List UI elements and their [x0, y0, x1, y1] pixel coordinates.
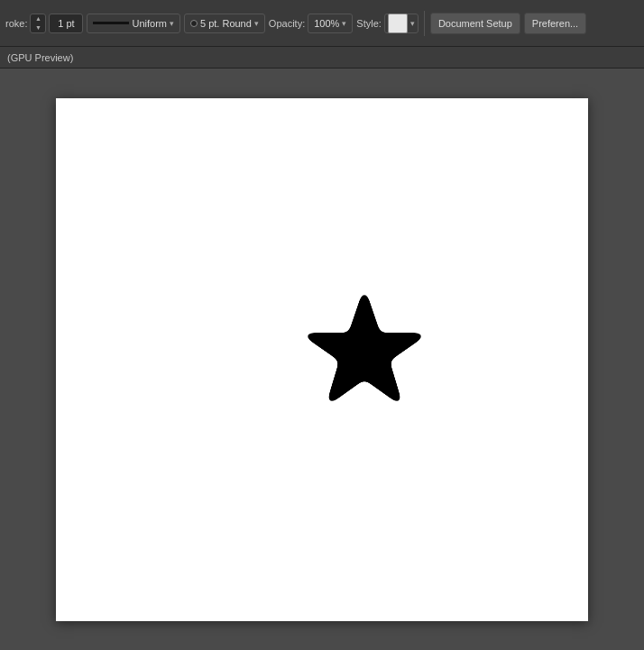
brush-size-label: 5 pt. Round [200, 18, 252, 29]
sub-toolbar: (GPU Preview) [0, 47, 644, 69]
canvas-area [0, 69, 644, 650]
gpu-preview-label: (GPU Preview) [7, 52, 73, 63]
stroke-value-input[interactable] [49, 14, 83, 33]
style-label: Style: [356, 18, 382, 29]
stroke-style-dropdown[interactable]: Uniform ▾ [87, 14, 180, 33]
document-setup-button[interactable]: Document Setup [430, 13, 520, 34]
style-color-box [388, 14, 408, 33]
brush-arrow: ▾ [254, 19, 259, 28]
opacity-arrow: ▾ [342, 19, 346, 28]
star-svg [292, 279, 437, 419]
artboard [56, 98, 588, 621]
star-object[interactable] [292, 279, 437, 422]
style-arrow: ▾ [410, 19, 415, 28]
stroke-type-arrow: ▾ [170, 19, 174, 28]
stroke-type-label: Uniform [132, 18, 167, 29]
opacity-dropdown[interactable]: 100% ▾ [308, 14, 353, 33]
toolbar-divider [424, 11, 425, 36]
stroke-label: roke: [5, 18, 27, 29]
opacity-value: 100% [314, 18, 339, 29]
spinner-down-btn[interactable]: ▼ [31, 23, 45, 32]
spinner-up-btn[interactable]: ▲ [31, 14, 45, 23]
brush-dropdown[interactable]: 5 pt. Round ▾ [184, 14, 265, 33]
opacity-group: Opacity: 100% ▾ [269, 14, 354, 33]
brush-dot-icon [190, 20, 198, 27]
style-dropdown[interactable]: ▾ [384, 14, 419, 33]
preferences-button[interactable]: Preferen... [524, 13, 586, 34]
stroke-spinner[interactable]: ▲ ▼ [30, 14, 46, 33]
style-group: Style: ▾ [356, 14, 419, 33]
stroke-group: roke: ▲ ▼ [5, 14, 83, 33]
stroke-line-preview [93, 22, 129, 24]
star-path [301, 288, 428, 406]
opacity-label: Opacity: [269, 18, 305, 29]
main-toolbar: roke: ▲ ▼ Uniform ▾ 5 pt. Round ▾ Opacit… [0, 0, 644, 47]
